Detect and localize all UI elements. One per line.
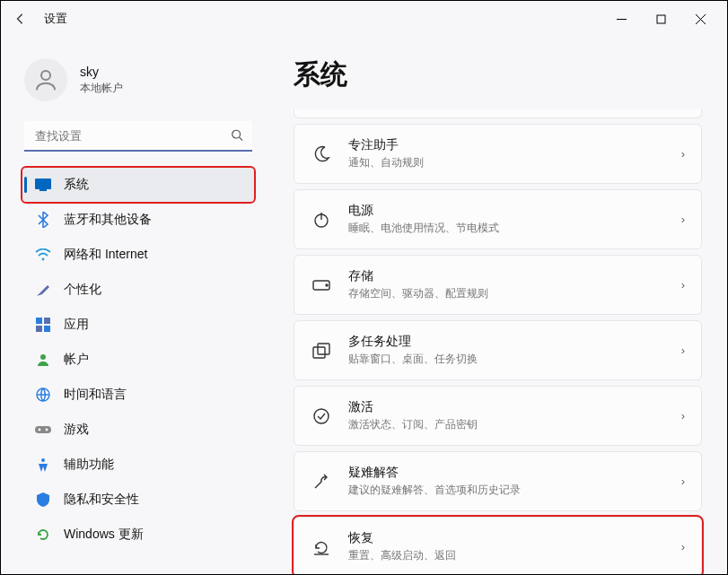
multitask-icon bbox=[311, 340, 332, 362]
titlebar: 设置 bbox=[1, 1, 727, 37]
chevron-right-icon: › bbox=[681, 278, 685, 292]
avatar bbox=[24, 58, 67, 101]
card-power[interactable]: 电源 睡眠、电池使用情况、节电模式 › bbox=[294, 189, 702, 249]
card-title: 激活 bbox=[348, 399, 665, 415]
check-circle-icon bbox=[311, 405, 332, 427]
svg-point-14 bbox=[40, 354, 46, 360]
page-title: 系统 bbox=[294, 57, 702, 93]
card-sub: 建议的疑难解答、首选项和历史记录 bbox=[348, 483, 665, 498]
chevron-right-icon: › bbox=[681, 409, 685, 423]
card-recovery[interactable]: 恢复 重置、高级启动、返回 › bbox=[294, 517, 702, 574]
card-sub: 重置、高级启动、返回 bbox=[348, 548, 665, 563]
recovery-icon bbox=[311, 536, 332, 558]
wrench-icon bbox=[311, 471, 332, 492]
account-icon bbox=[35, 352, 51, 368]
wifi-icon bbox=[35, 247, 51, 263]
sidebar-item-bluetooth[interactable]: 蓝牙和其他设备 bbox=[22, 203, 254, 237]
search-input[interactable] bbox=[24, 121, 252, 152]
chevron-right-icon: › bbox=[681, 147, 685, 161]
svg-rect-8 bbox=[39, 189, 47, 191]
close-button[interactable] bbox=[680, 5, 720, 32]
card-multitask[interactable]: 多任务处理 贴靠窗口、桌面、任务切换 › bbox=[294, 320, 702, 380]
card-activation[interactable]: 激活 激活状态、订阅、产品密钥 › bbox=[294, 386, 702, 446]
sidebar: sky 本地帐户 系统 蓝牙和其他设 bbox=[1, 37, 261, 574]
svg-point-18 bbox=[46, 429, 48, 431]
power-icon bbox=[311, 209, 332, 231]
svg-point-19 bbox=[41, 458, 45, 462]
card-title: 专注助手 bbox=[348, 137, 665, 153]
main-content: 系统 专注助手 通知、自动规则 › 电源 睡眠、电池使用情况、节 bbox=[261, 37, 727, 574]
sidebar-item-label: 网络和 Internet bbox=[64, 247, 147, 263]
back-button[interactable] bbox=[8, 6, 33, 31]
svg-point-4 bbox=[41, 71, 50, 80]
svg-point-23 bbox=[326, 284, 328, 286]
sidebar-item-accounts[interactable]: 帐户 bbox=[22, 343, 254, 377]
sidebar-item-label: 个性化 bbox=[64, 282, 101, 298]
accessibility-icon bbox=[35, 457, 51, 473]
globe-icon bbox=[35, 387, 51, 403]
sidebar-item-gaming[interactable]: 游戏 bbox=[22, 413, 254, 447]
search-box[interactable] bbox=[24, 121, 252, 152]
minimize-button[interactable] bbox=[601, 5, 641, 32]
storage-icon bbox=[311, 274, 332, 296]
card-partial-above bbox=[294, 109, 702, 118]
card-title: 存储 bbox=[348, 268, 665, 284]
window-controls bbox=[601, 5, 720, 32]
sidebar-item-personalization[interactable]: 个性化 bbox=[22, 273, 254, 307]
search-icon bbox=[231, 129, 243, 144]
card-troubleshoot[interactable]: 疑难解答 建议的疑难解答、首选项和历史记录 › bbox=[294, 451, 702, 511]
system-icon bbox=[35, 177, 51, 193]
svg-rect-24 bbox=[313, 347, 325, 358]
profile-name: sky bbox=[80, 65, 123, 79]
card-focus-assist[interactable]: 专注助手 通知、自动规则 › bbox=[294, 124, 702, 184]
svg-line-6 bbox=[240, 137, 243, 141]
svg-rect-16 bbox=[35, 426, 51, 433]
svg-rect-11 bbox=[44, 318, 50, 324]
profile-block[interactable]: sky 本地帐户 bbox=[19, 58, 258, 101]
sidebar-item-label: 系统 bbox=[64, 177, 89, 193]
card-title: 电源 bbox=[348, 203, 665, 219]
svg-point-17 bbox=[39, 429, 41, 431]
card-title: 疑难解答 bbox=[348, 465, 665, 481]
app-title: 设置 bbox=[44, 11, 67, 27]
svg-rect-7 bbox=[35, 179, 51, 189]
profile-text: sky 本地帐户 bbox=[80, 65, 123, 96]
svg-point-9 bbox=[42, 258, 45, 261]
svg-rect-12 bbox=[36, 326, 42, 332]
svg-rect-13 bbox=[44, 326, 50, 332]
sidebar-item-label: 辅助功能 bbox=[64, 457, 114, 473]
update-icon bbox=[35, 527, 51, 543]
maximize-button[interactable] bbox=[641, 5, 680, 32]
brush-icon bbox=[35, 282, 51, 298]
svg-point-5 bbox=[232, 130, 241, 138]
sidebar-item-time-language[interactable]: 时间和语言 bbox=[22, 378, 254, 412]
sidebar-item-label: 游戏 bbox=[64, 422, 89, 438]
sidebar-item-label: Windows 更新 bbox=[64, 527, 144, 543]
chevron-right-icon: › bbox=[681, 344, 685, 357]
chevron-right-icon: › bbox=[681, 213, 685, 226]
card-storage[interactable]: 存储 存储空间、驱动器、配置规则 › bbox=[294, 255, 702, 315]
chevron-right-icon: › bbox=[681, 540, 685, 553]
sidebar-item-apps[interactable]: 应用 bbox=[22, 308, 254, 342]
sidebar-item-label: 应用 bbox=[64, 317, 89, 333]
sidebar-item-accessibility[interactable]: 辅助功能 bbox=[22, 448, 254, 482]
moon-icon bbox=[311, 144, 332, 165]
card-sub: 激活状态、订阅、产品密钥 bbox=[348, 417, 665, 432]
sidebar-item-system[interactable]: 系统 bbox=[22, 168, 254, 202]
sidebar-item-label: 帐户 bbox=[64, 352, 89, 368]
apps-icon bbox=[35, 317, 51, 333]
chevron-right-icon: › bbox=[681, 475, 685, 488]
sidebar-item-label: 蓝牙和其他设备 bbox=[64, 212, 152, 228]
sidebar-item-privacy[interactable]: 隐私和安全性 bbox=[22, 483, 254, 517]
sidebar-item-network[interactable]: 网络和 Internet bbox=[22, 238, 254, 272]
profile-account-type: 本地帐户 bbox=[80, 81, 123, 96]
sidebar-item-windows-update[interactable]: Windows 更新 bbox=[22, 518, 254, 552]
svg-rect-25 bbox=[318, 344, 329, 354]
card-title: 恢复 bbox=[348, 530, 665, 546]
card-title: 多任务处理 bbox=[348, 334, 665, 350]
bluetooth-icon bbox=[35, 212, 51, 228]
svg-rect-1 bbox=[657, 15, 665, 23]
svg-point-26 bbox=[314, 409, 329, 423]
card-sub: 存储空间、驱动器、配置规则 bbox=[348, 286, 665, 301]
card-sub: 睡眠、电池使用情况、节电模式 bbox=[348, 221, 665, 236]
